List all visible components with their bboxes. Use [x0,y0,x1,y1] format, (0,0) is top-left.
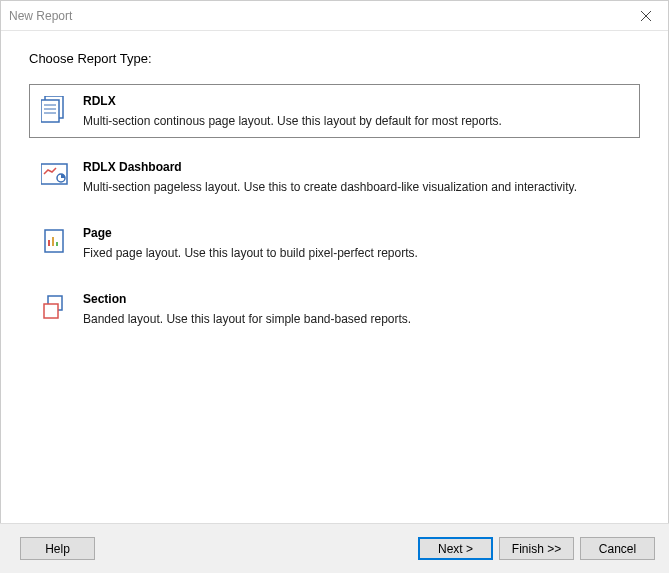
option-text: Section Banded layout. Use this layout f… [83,292,628,326]
window-title: New Report [9,9,72,23]
option-desc: Multi-section continous page layout. Use… [83,114,628,128]
option-text: Page Fixed page layout. Use this layout … [83,226,628,260]
option-title: Page [83,226,628,240]
option-title: RDLX [83,94,628,108]
content-area: Choose Report Type: RDLX Multi-section c… [1,31,668,336]
rdlx-icon [41,96,69,124]
help-button[interactable]: Help [20,537,95,560]
svg-rect-12 [56,242,58,246]
page-icon [41,228,69,256]
footer-bar: Help Next > Finish >> Cancel [0,523,669,573]
close-button[interactable] [623,1,668,31]
page-heading: Choose Report Type: [29,51,640,66]
next-button[interactable]: Next > [418,537,493,560]
svg-rect-11 [52,237,54,246]
dashboard-icon [41,162,69,190]
svg-rect-3 [41,100,59,122]
option-desc: Multi-section pageless layout. Use this … [83,180,628,194]
option-rdlx-dashboard[interactable]: RDLX Dashboard Multi-section pageless la… [29,150,640,204]
option-page[interactable]: Page Fixed page layout. Use this layout … [29,216,640,270]
finish-button[interactable]: Finish >> [499,537,574,560]
titlebar: New Report [1,1,668,31]
option-text: RDLX Dashboard Multi-section pageless la… [83,160,628,194]
option-desc: Fixed page layout. Use this layout to bu… [83,246,628,260]
option-title: RDLX Dashboard [83,160,628,174]
option-section[interactable]: Section Banded layout. Use this layout f… [29,282,640,336]
section-icon [41,294,69,322]
option-desc: Banded layout. Use this layout for simpl… [83,312,628,326]
option-rdlx[interactable]: RDLX Multi-section continous page layout… [29,84,640,138]
cancel-button[interactable]: Cancel [580,537,655,560]
svg-rect-10 [48,240,50,246]
close-icon [641,11,651,21]
option-title: Section [83,292,628,306]
svg-rect-14 [44,304,58,318]
option-text: RDLX Multi-section continous page layout… [83,94,628,128]
